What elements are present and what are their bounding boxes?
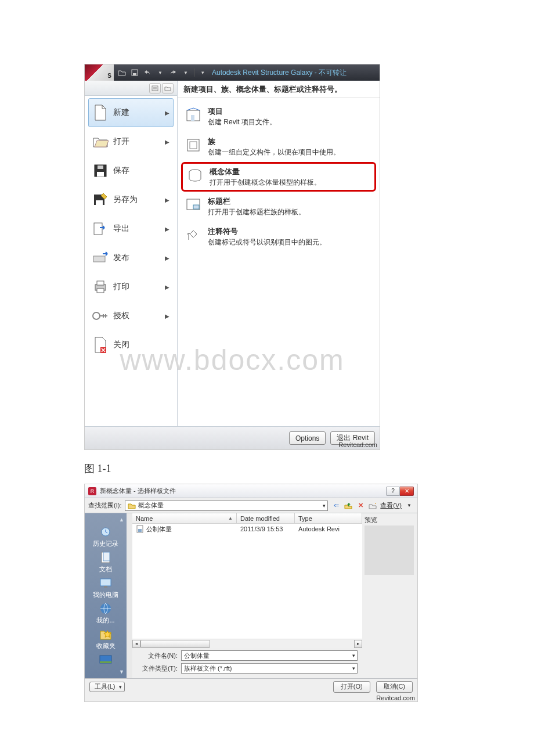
right-panel-header: 新建项目、族、概念体量、标题栏或注释符号。 [178,81,380,98]
menu-close[interactable]: 关闭 [88,330,174,359]
menu-save[interactable]: 保存 [88,156,174,185]
scroll-left-icon[interactable]: ◂ [132,640,140,648]
menu-new[interactable]: 新建 ▶ [88,98,174,127]
dialog-title: 新概念体量 - 选择样板文件 [100,487,386,495]
cancel-button[interactable]: 取消(C) [376,681,413,693]
place-label: 收藏夹 [96,642,116,650]
menu-label: 打印 [113,282,160,292]
back-icon[interactable]: ⇐ [331,501,341,510]
scroll-thumb[interactable] [140,640,210,648]
menu-label: 另存为 [113,195,160,205]
new-conceptual-mass[interactable]: 概念体量 打开用于创建概念体量模型的样板。 [181,162,376,192]
qat-customize-icon[interactable]: ▾ [198,68,207,77]
menu-print[interactable]: 打印 ▶ [88,272,174,301]
license-key-icon [92,308,109,324]
tools-button[interactable]: 工具(L) [89,682,125,692]
place-documents[interactable]: 文档 [98,550,114,574]
menu-license[interactable]: 授权 ▶ [88,301,174,330]
menu-export[interactable]: 导出 ▶ [88,214,174,243]
submenu-arrow-icon: ▶ [165,226,169,232]
lookin-combo[interactable]: 概念体量 [125,501,328,511]
project-icon [185,106,202,124]
svg-rect-1 [133,73,136,75]
help-button[interactable]: ? [386,487,400,496]
col-date[interactable]: Date modified [237,513,295,523]
new-file-icon [92,105,109,121]
documents-icon [98,550,114,564]
app-button[interactable]: S [85,64,114,81]
menu-label: 新建 [113,107,160,118]
filename-input[interactable]: 公制体量 [181,650,358,661]
menu-label: 导出 [113,224,160,234]
dialog-toolbar: 查找范围(I): 概念体量 ⇐ ✕ 查看(V) ▼ [85,498,417,513]
computer-icon [98,576,114,590]
undo-icon[interactable] [143,68,152,77]
submenu-arrow-icon: ▶ [165,110,169,116]
menu-saveas[interactable]: 另存为 ▶ [88,185,174,214]
place-computer[interactable]: 我的电脑 [93,576,118,599]
app-menu-left: 新建 ▶ 打开 ▶ 保存 [85,81,178,426]
new-titleblock[interactable]: 标题栏 打开用于创建标题栏族的样板。 [178,192,380,222]
places-scrollbar[interactable] [127,513,132,678]
close-button[interactable]: ✕ [400,487,414,496]
item-title: 标题栏 [208,196,305,207]
saveas-icon [92,192,109,208]
titleblock-icon [185,196,202,214]
history-icon [98,525,114,539]
filetype-input[interactable]: 族样板文件 (*.rft) [181,663,358,674]
place-favorites[interactable]: 收藏夹 [96,627,116,650]
save-icon[interactable] [130,68,139,77]
item-title: 概念体量 [210,167,321,177]
new-project[interactable]: 项目 创建 Revit 项目文件。 [178,102,380,132]
view-label[interactable]: 查看(V) [380,501,402,510]
places-up-icon[interactable]: ▲ [119,517,124,523]
svg-rect-18 [187,139,199,151]
svg-rect-8 [96,200,103,205]
place-label: 我的电脑 [93,591,118,599]
place-label: 我的... [96,616,114,625]
place-desktop[interactable] [98,653,114,667]
submenu-arrow-icon: ▶ [165,284,169,290]
submenu-arrow-icon: ▶ [165,313,169,319]
filetype-label: 文件类型(T): [137,664,178,673]
new-folder-icon[interactable] [368,501,377,510]
undo-dropdown-icon[interactable]: ▼ [156,68,165,77]
place-network[interactable]: 我的... [96,602,114,625]
new-family[interactable]: 族 创建一组自定义构件，以便在项目中使用。 [178,132,380,162]
places-down-icon[interactable]: ▼ [119,669,124,675]
up-icon[interactable] [344,501,353,510]
svg-rect-9 [94,223,102,235]
app-menu-body: 新建 ▶ 打开 ▶ 保存 [85,81,380,426]
menu-open[interactable]: 打开 ▶ [88,127,174,156]
options-button[interactable]: Options [289,431,326,445]
scroll-right-icon[interactable]: ▸ [354,640,362,648]
hscrollbar[interactable]: ◂ ▸ [132,639,362,648]
open-icon[interactable] [117,68,127,77]
preview-pane: 预览 [362,513,417,678]
col-type[interactable]: Type [295,513,362,523]
open-button[interactable]: 打开(O) [333,681,370,693]
place-history[interactable]: 历史记录 [93,525,118,548]
titlebar: S ▼ ▼ ▾ Autodesk Revit Structur [85,64,380,81]
svg-rect-17 [191,115,194,121]
file-name: 公制体量 [146,525,172,534]
recent-large-icon[interactable] [162,83,174,93]
network-icon [98,602,114,615]
view-dropdown-icon[interactable]: ▼ [405,501,414,510]
recent-toggle-bar [85,81,177,96]
conceptual-mass-icon [186,167,204,184]
redo-dropdown-icon[interactable]: ▼ [181,68,190,77]
item-desc: 创建 Revit 项目文件。 [208,117,276,127]
qat-separator [194,69,194,77]
recent-small-icon[interactable] [149,83,161,93]
redo-icon[interactable] [168,68,178,77]
item-title: 项目 [208,106,276,117]
col-name[interactable]: Name▲ [132,513,237,523]
file-row[interactable]: 公制体量 2011/3/9 15:53 Autodesk Revi [132,524,362,534]
svg-rect-25 [103,552,110,561]
menu-publish[interactable]: 发布 ▶ [88,243,174,272]
delete-icon[interactable]: ✕ [356,501,365,510]
publish-icon [92,250,109,266]
new-annotation[interactable]: 注释符号 创建标记或符号以识别项目中的图元。 [178,222,380,252]
rft-file-icon [136,525,144,533]
